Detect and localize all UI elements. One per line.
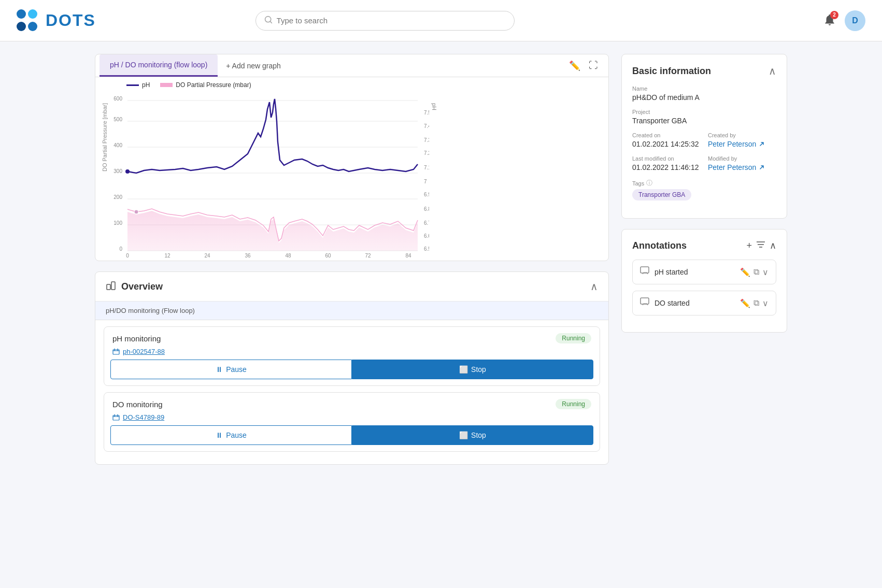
ph-monitor-item: pH monitoring Running ph-002547-88 ⏸ Pau… [104,326,600,386]
user-avatar[interactable]: D [845,10,865,31]
svg-text:300: 300 [113,168,122,174]
stop-icon-2: ⬜ [459,431,468,439]
annotation-ph-text: pH started [655,268,735,276]
expand-graph-button[interactable]: ⛶ [587,58,600,73]
ph-status-badge: Running [556,333,591,343]
do-monitor-id[interactable]: DO-S4789-89 [104,413,600,425]
svg-text:84: 84 [405,253,411,259]
ph-pause-button[interactable]: ⏸ Pause [110,360,352,379]
logo-icon [17,9,39,32]
modified-by-cell: Modified by Peter Peterson [708,155,776,171]
svg-point-36 [125,169,130,174]
svg-text:6.6: 6.6 [424,233,429,239]
svg-text:48: 48 [285,253,291,259]
chart-legend: pH DO Partial Pressure (mbar) [95,77,608,91]
svg-text:0: 0 [119,246,122,252]
annotation-ph-actions: ✏️ ⧉ ∨ [740,267,769,277]
svg-rect-45 [641,267,649,273]
basic-info-collapse-button[interactable]: ∧ [769,65,776,77]
search-icon [264,16,273,26]
pause-icon-2: ⏸ [216,431,223,439]
name-row: Name pH&DO of medium A [632,85,776,102]
do-stop-button[interactable]: ⬜ Stop [352,425,593,445]
basic-info-title: Basic information [632,66,711,77]
svg-text:6.8: 6.8 [424,206,429,212]
dates-grid: Created on 01.02.2021 14:25:32 Created b… [632,132,776,171]
svg-rect-40 [113,350,119,354]
annotations-header: Annotations + ∧ [632,240,776,251]
svg-text:6.9: 6.9 [424,192,429,197]
annotations-card: Annotations + ∧ p [621,229,787,333]
header: DOTS 2 D [0,0,882,41]
edit-graph-button[interactable]: ✏️ [567,58,582,74]
do-monitor-item: DO monitoring Running DO-S4789-89 ⏸ Paus… [104,392,600,452]
svg-text:7.4: 7.4 [424,123,429,129]
ph-stop-button[interactable]: ⬜ Stop [352,360,593,379]
expand-annotation-do-button[interactable]: ∨ [762,298,769,308]
svg-text:72: 72 [365,253,371,259]
annotation-tools: + ∧ [746,240,776,251]
header-right: 2 D [823,10,865,31]
ph-monitor-id[interactable]: ph-002547-88 [104,348,600,360]
filter-annotation-button[interactable] [756,240,765,251]
annotation-do-actions: ✏️ ⧉ ∨ [740,298,769,308]
svg-point-37 [134,210,138,214]
search-input[interactable] [277,16,506,25]
svg-text:24: 24 [204,253,210,259]
chart-svg: 0 100 200 300 400 500 600 6.5 6.6 6.7 6.… [108,93,429,259]
svg-text:6.5: 6.5 [424,246,429,252]
main-content: pH / DO monitoring (flow loop) + Add new… [78,41,804,477]
created-by-cell: Created by Peter Peterson [708,132,776,148]
svg-text:100: 100 [113,220,122,226]
created-by-link[interactable]: Peter Peterson [708,140,776,148]
svg-text:7: 7 [424,179,427,184]
annotation-comment-icon [640,266,649,278]
logo-area: DOTS [17,9,96,32]
annotation-ph-started: pH started ✏️ ⧉ ∨ [632,260,776,284]
right-panel: Basic information ∧ Name pH&DO of medium… [621,54,787,465]
overview-header: Overview ∧ [95,272,608,302]
stop-icon: ⬜ [459,365,468,374]
overview-collapse-button[interactable]: ∧ [590,280,598,293]
tag-chip[interactable]: Transporter GBA [632,189,691,200]
monitor-list: pH monitoring Running ph-002547-88 ⏸ Pau… [95,326,608,464]
svg-text:6.7: 6.7 [424,220,429,226]
svg-text:600: 600 [113,96,122,102]
svg-text:12: 12 [164,253,170,259]
collapse-annotations-button[interactable]: ∧ [770,240,776,251]
chart-wrapper: DO Partial Pressure [mbar] 0 100 200 300… [95,91,608,261]
annotation-comment-icon-2 [640,297,649,309]
do-pause-button[interactable]: ⏸ Pause [110,425,352,445]
svg-text:7.3: 7.3 [424,137,429,143]
svg-text:500: 500 [113,117,122,122]
notification-bell[interactable]: 2 [823,13,836,28]
svg-rect-41 [113,415,119,420]
basic-info-header: Basic information ∧ [632,65,776,77]
edit-annotation-do-button[interactable]: ✏️ [740,298,750,308]
basic-info-card: Basic information ∧ Name pH&DO of medium… [621,54,787,219]
svg-text:60: 60 [325,253,331,259]
ph-monitor-name: pH monitoring [112,334,161,343]
edit-annotation-ph-button[interactable]: ✏️ [740,267,750,277]
search-bar[interactable] [255,11,515,31]
legend-do: DO Partial Pressure (mbar) [160,81,251,89]
svg-text:200: 200 [113,194,122,200]
modified-by-link[interactable]: Peter Peterson [708,163,776,171]
tab-ph-do[interactable]: pH / DO monitoring (flow loop) [99,54,218,77]
copy-annotation-ph-button[interactable]: ⧉ [753,267,759,277]
overview-table-header: pH/DO monitoring (Flow loop) [95,302,608,320]
copy-annotation-do-button[interactable]: ⧉ [753,298,759,308]
annotations-title: Annotations [632,240,687,251]
expand-annotation-ph-button[interactable]: ∨ [762,267,769,277]
add-graph-button[interactable]: + Add new graph [218,55,289,76]
svg-rect-46 [641,298,649,304]
annotation-do-started: DO started ✏️ ⧉ ∨ [632,291,776,315]
add-annotation-button[interactable]: + [746,240,752,251]
svg-text:7.5: 7.5 [424,110,429,116]
notification-badge: 2 [830,11,838,19]
pause-icon: ⏸ [216,365,223,374]
graph-tabs: pH / DO monitoring (flow loop) + Add new… [95,54,608,77]
svg-text:0: 0 [126,253,129,259]
ph-monitor-actions: ⏸ Pause ⬜ Stop [104,360,600,385]
project-row: Project Transporter GBA [632,109,776,125]
